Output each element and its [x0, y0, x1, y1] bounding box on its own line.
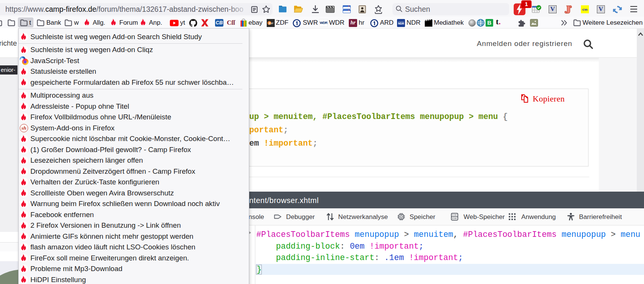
svg-text:DF: DF	[270, 22, 274, 25]
